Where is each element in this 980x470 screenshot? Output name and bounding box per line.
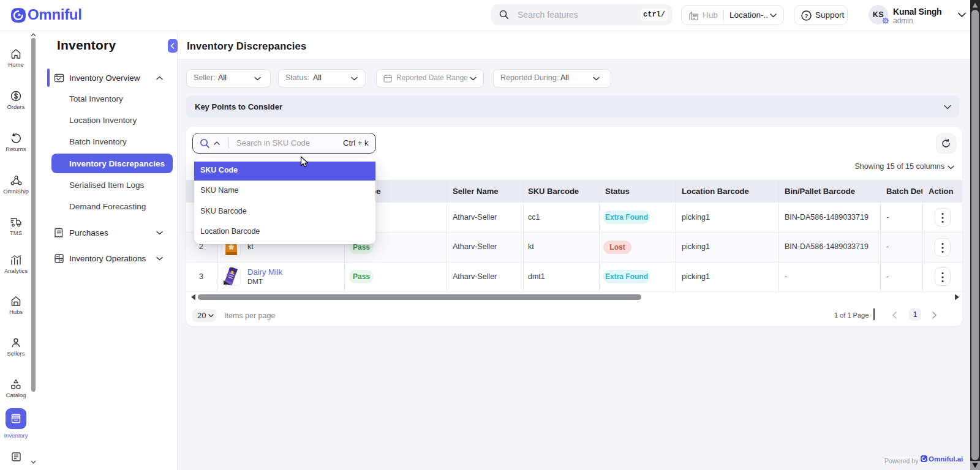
svg-text:?: ? xyxy=(805,12,809,19)
